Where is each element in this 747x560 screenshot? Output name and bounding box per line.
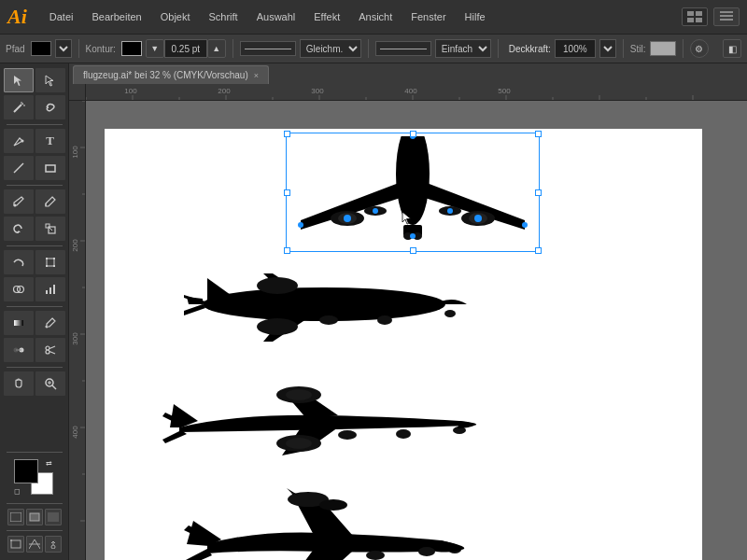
blend-tool[interactable] [4,338,34,362]
perspective-grid-tool[interactable] [26,536,43,553]
menu-fenster[interactable]: Fenster [402,6,455,28]
symbol-sprayer-tool[interactable] [45,536,62,553]
aircraft-3[interactable] [161,376,478,460]
tool-divider-3 [7,245,63,246]
line-segment-tool[interactable] [4,156,34,180]
divider-6 [683,39,684,58]
change-screen-mode-button[interactable] [7,509,24,525]
zoom-tool[interactable] [35,371,65,396]
eyedropper-tool[interactable] [35,311,65,335]
swap-colors-icon[interactable]: ⇄ [46,459,55,469]
menu-effekt[interactable]: Effekt [304,6,349,28]
stroke-value-down[interactable]: ▼ [146,39,164,58]
svg-rect-19 [47,259,54,266]
svg-point-106 [257,277,298,294]
canvas-area[interactable]: 100 200 300 400 500 [69,84,747,560]
menu-auswahl[interactable]: Auswahl [247,6,305,28]
graph-tool[interactable] [35,277,65,301]
stroke-value-up[interactable]: ▲ [207,39,226,58]
svg-rect-29 [14,320,23,326]
workspace-switcher[interactable] [682,7,708,26]
default-colors-icon[interactable]: ◻ [14,487,23,497]
tool-row-9 [3,310,66,336]
app-logo: Ai [7,5,27,29]
style-label: Stil: [630,44,646,54]
menu-objekt[interactable]: Objekt [151,6,200,28]
fill-type-select[interactable]: ▼ [55,39,72,58]
path-label: Pfad [6,44,25,54]
shape-builder-tool[interactable] [4,277,34,301]
warp-tool[interactable] [4,250,34,274]
svg-rect-26 [46,290,48,294]
stroke-type-select[interactable]: Gleichm. [300,39,361,58]
ruler-corner [69,84,86,101]
view-option-3[interactable] [45,509,62,525]
free-transform-tool[interactable] [35,250,65,274]
menu-ansicht[interactable]: Ansicht [349,6,402,28]
menu-bearbeiten[interactable]: Bearbeiten [82,6,150,28]
style-swatch[interactable] [650,41,676,56]
foreground-color-swatch[interactable] [14,459,38,483]
stroke-swatch[interactable] [121,41,142,56]
svg-rect-1 [696,11,702,16]
selection-tool[interactable] [4,68,34,92]
tab-close-button[interactable]: × [254,71,259,80]
tool-divider-4 [7,306,63,307]
handle-bm[interactable] [410,247,416,254]
svg-point-34 [46,350,49,354]
svg-point-98 [373,208,378,214]
view-option-2[interactable] [26,509,43,525]
opacity-select[interactable]: ▼ [599,39,616,58]
handle-ml[interactable] [284,189,290,196]
menu-datei[interactable]: Datei [40,6,83,28]
pencil-tool[interactable] [35,189,65,214]
rotate-tool[interactable] [4,217,34,241]
svg-point-115 [396,429,411,439]
type-tool[interactable]: T [35,129,65,153]
svg-text:200: 200 [71,239,79,252]
paintbrush-tool[interactable] [4,189,34,214]
svg-rect-42 [30,513,39,521]
line-type-select[interactable]: Einfach [435,39,491,58]
handle-br[interactable] [535,247,542,254]
svg-point-104 [203,287,445,321]
artboard-tool[interactable] [7,536,24,553]
stroke-value-input[interactable] [164,39,207,58]
rectangle-tool[interactable] [35,156,65,180]
settings-icon[interactable]: ⚙ [690,39,709,58]
opacity-input[interactable] [555,39,596,58]
aircraft-4[interactable] [179,488,469,560]
handle-bl[interactable] [284,247,290,254]
handle-mr[interactable] [535,189,542,196]
direct-selection-tool[interactable] [35,68,65,92]
svg-point-107 [319,315,338,325]
svg-rect-0 [687,11,694,16]
aircraft-2[interactable] [179,269,469,343]
gradient-tool[interactable] [4,311,34,335]
arrange-windows[interactable] [713,7,740,26]
extra-icon[interactable]: ◧ [723,39,741,58]
menu-hilfe[interactable]: Hilfe [456,6,495,28]
document-canvas[interactable] [86,101,747,560]
svg-rect-41 [10,512,21,522]
menu-schrift[interactable]: Schrift [200,6,247,28]
handle-tr[interactable] [535,131,542,137]
fill-swatch[interactable] [31,41,51,56]
lasso-tool[interactable] [35,95,65,119]
pen-tool[interactable] [4,129,34,153]
svg-point-108 [377,315,392,325]
svg-rect-4 [720,11,733,13]
handle-tl[interactable] [284,131,290,137]
scissors-tool[interactable] [35,338,65,362]
extra-tools-row [7,536,62,553]
tool-row-7 [3,249,66,275]
main-area: T [0,63,747,560]
svg-rect-44 [11,540,21,548]
svg-line-38 [52,385,56,389]
scale-tool[interactable] [35,217,65,241]
tool-row-4 [3,155,66,181]
aircraft-1-selected[interactable] [291,136,534,248]
magic-wand-tool[interactable] [4,95,34,119]
document-tab[interactable]: flugzeug.ai* bei 32 % (CMYK/Vorschau) × [73,65,269,84]
hand-tool[interactable] [4,371,34,396]
